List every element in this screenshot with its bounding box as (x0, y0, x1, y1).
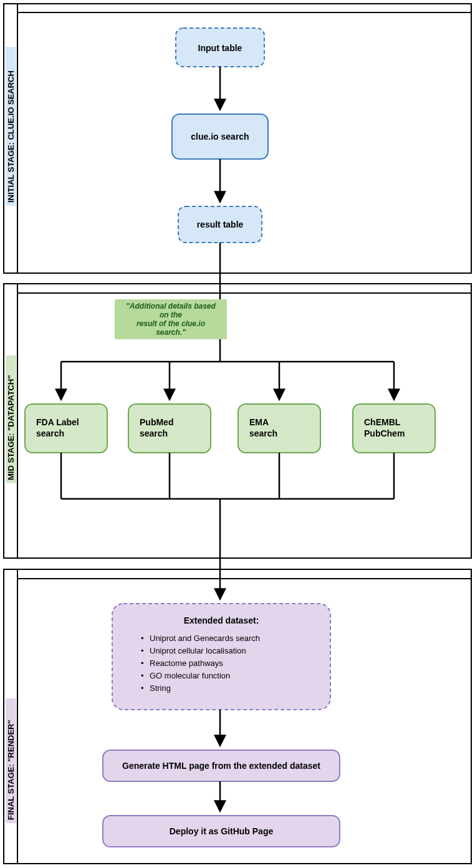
svg-text:result table: result table (197, 219, 244, 229)
svg-text:search: search (140, 428, 168, 438)
svg-text:Reactome pathways: Reactome pathways (150, 658, 223, 668)
stage-label-final: FINAL STAGE: "RENDER" (6, 698, 16, 823)
svg-text:Uniprot cellular localisation: Uniprot cellular localisation (150, 646, 246, 655)
svg-text:•: • (141, 634, 144, 643)
svg-text:•: • (141, 683, 144, 693)
svg-text:FDA Label: FDA Label (36, 417, 79, 427)
node-chembl: ChEMBL PubChem (353, 404, 435, 453)
svg-text:Extended dataset:: Extended dataset: (184, 615, 259, 625)
svg-text:String: String (150, 683, 171, 693)
node-clue-search: clue.io search (172, 114, 268, 159)
stage-label-mid: MID STAGE: "DATAPATCH" (6, 355, 16, 483)
svg-text:search: search (249, 428, 277, 438)
svg-text:ChEMBL: ChEMBL (364, 417, 401, 427)
svg-text:result of the clue.io: result of the clue.io (137, 319, 205, 328)
svg-text:Input table: Input table (198, 43, 242, 53)
svg-text:•: • (141, 646, 144, 655)
svg-text:"Additional details based: "Additional details based (126, 302, 216, 311)
svg-text:•: • (141, 671, 144, 680)
svg-text:on the: on the (160, 311, 182, 319)
svg-text:search: search (36, 428, 64, 438)
svg-text:clue.io search: clue.io search (191, 132, 249, 142)
svg-text:Uniprot and Genecards search: Uniprot and Genecards search (150, 634, 260, 643)
flow-diagram: INITIAL STAGE: CLUE.IO SEARCH MID STAGE:… (0, 0, 475, 868)
svg-text:Generate HTML page from the ex: Generate HTML page from the extended dat… (122, 761, 320, 771)
note-additional-details: "Additional details based on the result … (115, 299, 227, 339)
node-pubmed: PubMed search (128, 404, 211, 453)
svg-text:search.": search." (156, 328, 186, 337)
node-fda: FDA Label search (25, 404, 107, 453)
stage-label-initial: INITIAL STAGE: CLUE.IO SEARCH (6, 47, 16, 206)
svg-text:Deploy it as GitHub Page: Deploy it as GitHub Page (170, 826, 274, 836)
svg-text:FINAL STAGE: "RENDER": FINAL STAGE: "RENDER" (6, 720, 16, 820)
node-input-table: Input table (176, 28, 264, 67)
node-extended-dataset: Extended dataset: • Uniprot and Genecard… (112, 604, 330, 710)
svg-text:GO molecular function: GO molecular function (150, 671, 230, 680)
node-deploy-github: Deploy it as GitHub Page (103, 816, 340, 847)
svg-text:INITIAL STAGE: CLUE.IO SEARCH: INITIAL STAGE: CLUE.IO SEARCH (6, 70, 16, 203)
svg-text:EMA: EMA (249, 417, 269, 427)
svg-text:MID STAGE: "DATAPATCH": MID STAGE: "DATAPATCH" (6, 375, 16, 480)
node-ema: EMA search (238, 404, 320, 453)
node-result-table: result table (178, 206, 262, 243)
svg-text:•: • (141, 658, 144, 668)
node-generate-html: Generate HTML page from the extended dat… (103, 750, 340, 781)
svg-text:PubMed: PubMed (140, 417, 173, 427)
svg-text:PubChem: PubChem (364, 428, 405, 438)
